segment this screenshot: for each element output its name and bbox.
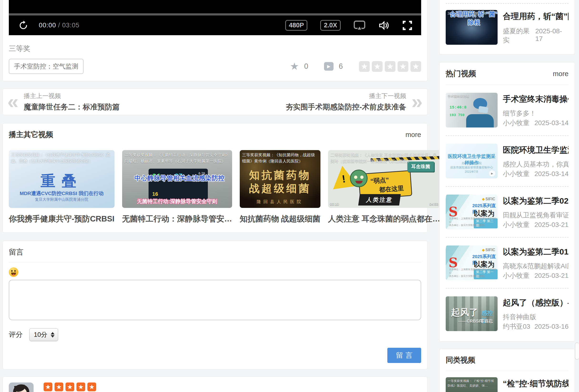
rating-star-icon[interactable]: ★ (372, 61, 383, 72)
next-video-title[interactable]: 夯实围手术期感染防控-术前皮肤准备 (286, 102, 406, 112)
uploader-video-card[interactable]: 二等奖获奖视频：《无菌特工行动：深静脉导管安全守则》闫瑞红、杨丽君、裴素华等（石… (122, 150, 232, 224)
emoji-picker-icon[interactable] (9, 267, 18, 277)
video-title[interactable]: “检”控·细节筑防线 (503, 378, 569, 389)
thumbnail-overlay-text: 二等奖获奖视频：《无菌特工行动：深静脉导管安全守则》闫瑞红、杨丽君、裴素华等（石… (125, 152, 230, 165)
video-tag[interactable]: 手术室防控；空气监测 (9, 59, 83, 74)
speed-button[interactable]: 2.0X (320, 20, 341, 31)
video-author[interactable]: 盛夏的果实 (503, 27, 535, 45)
video-meta-row: 手术室防控；空气监测 ★ 0 ▶ 6 ★ ★ ★ ★ ★ (9, 59, 421, 74)
fullscreen-icon[interactable] (403, 21, 412, 30)
sific-logo: ◆SIFIC (482, 248, 495, 252)
video-title[interactable]: 手术室终末消毒操作… (503, 94, 569, 105)
uploader-video-card[interactable]: 三等奖获奖视频：《你我携手健康共守-预防CRBSI》孟鑫、重叠（复旦大学附属中山… (9, 150, 115, 224)
uploader-videos-section: 播主其它视频 more 三等奖获奖视频：《你我携手健康共守-预防CRBSI》孟鑫… (2, 123, 428, 233)
video-title[interactable]: 起风了（感控版）—… (503, 297, 569, 308)
video-title: 三等奖 (9, 44, 421, 54)
video-caption[interactable]: 无菌特工行动：深静脉导管安… (122, 214, 232, 224)
star-icon: ★ (66, 383, 74, 391)
thumbnail-banner-text: 人类注意 (358, 194, 401, 206)
rating-star-icon[interactable]: ★ (359, 61, 370, 72)
uploader-more-link[interactable]: more (405, 131, 421, 139)
video-author[interactable]: 小小牧童 (503, 271, 529, 280)
uploader-videos-grid: 三等奖获奖视频：《你我携手健康共守-预防CRBSI》孟鑫、重叠（复旦大学附属中山… (9, 150, 421, 224)
rating-star-icon[interactable]: ★ (385, 61, 395, 72)
star-icon: ★ (44, 383, 52, 391)
video-thumbnail[interactable]: 起风了 感控版 ——CRBSI零容忍 (446, 296, 498, 331)
video-caption[interactable]: 你我携手健康共守-预防CRBSI (9, 214, 115, 224)
next-video-link[interactable]: 播主下一视频 夯实围手术期感染防控-术前皮肤准备 » (281, 92, 423, 112)
sidebar-video-item[interactable]: 22-合理用药，斩 “菌” 除根 合理用药, 斩 “菌” 除根 合理用药，斩“菌… (446, 10, 569, 45)
video-title[interactable]: 以案为鉴第二季02… (503, 196, 569, 207)
comment-input[interactable] (9, 280, 421, 320)
video-author[interactable]: 小小牧童 (503, 118, 529, 127)
rating-stars[interactable]: ★ ★ ★ ★ ★ (359, 61, 421, 72)
video-progress-bar[interactable] (9, 13, 421, 15)
video-thumbnail[interactable]: 手术室终末消毒 15:46:8 193 759 (446, 93, 498, 127)
next-chevron-icon[interactable]: » (411, 94, 423, 110)
slide-sub-text: 启东市人民医院 (446, 161, 498, 165)
related-videos-header: 同类视频 (446, 355, 475, 365)
thumbnail-main-text: 起风了 (451, 306, 478, 319)
video-caption[interactable]: 知抗菌药物 战超级细菌 (240, 214, 320, 224)
divider (9, 262, 421, 263)
video-controls: 00:00 / 03:05 480P 2.0X (9, 15, 421, 35)
time-display: 00:00 / 03:05 (39, 22, 79, 29)
rating-star-icon[interactable]: ★ (398, 61, 408, 72)
sidebar-video-item[interactable]: S ◆SIFIC 2025系列直播 以案为鉴 第二季 第一期 主办单位：上海斯菲… (446, 238, 569, 288)
comment-rating-stars: ★ ★ ★ ★ ★ (44, 383, 386, 391)
video-player[interactable]: 00:00 / 03:05 480P 2.0X (9, 0, 421, 35)
germ-cartoon-graphic (350, 169, 367, 187)
video-thumbnail[interactable]: S ◆SIFIC 2025系列直播 以案为鉴 第二季 第一期 主办单位：上海斯菲… (446, 245, 498, 280)
video-caption[interactable]: 人类注意 耳念珠菌的弱点都在… (328, 214, 440, 224)
favorite-count: 0 (304, 62, 308, 71)
video-thumbnail[interactable]: 22-合理用药，斩 “菌” 除根 合理用药, 斩 “菌” 除根 (446, 10, 498, 45)
prev-video-title[interactable]: 魔童降世任务二：标准预防篇 (24, 102, 120, 112)
sific-logo: ◆SIFIC (482, 197, 495, 201)
rating-select[interactable]: 10分 (29, 328, 58, 341)
page-scrollbar-thumb[interactable] (575, 342, 579, 360)
prev-video-label: 播主上一视频 (24, 92, 120, 100)
favorite-star-icon[interactable]: ★ (290, 61, 299, 71)
video-thumbnail[interactable]: 三等奖获奖视频：《你我携手健康共守-预防CRBSI》孟鑫、重叠（复旦大学附属中山… (9, 150, 115, 208)
video-thumbnail[interactable]: 三等奖获奖视频：《知抗菌药物，战超级细菌》黄伶俐（隆回县人民医院） 知抗菌药物 … (240, 150, 320, 208)
sidebar-video-item[interactable]: S ◆SIFIC 2025系列直播 以案为鉴 第二季 第二期 主办单位：上海斯菲… (446, 187, 569, 238)
thumbnail-sub-text: ——CRBSI零容忍 (458, 318, 493, 324)
sidebar-video-item[interactable]: 一等奖获奖视频：《“检”控·细节筑防线》陈苗红、吴妍妍、张… “检”控·细节筑防… (446, 377, 569, 392)
video-author[interactable]: 小小牧童 (503, 220, 529, 229)
video-subtitle: 细节多多！ (503, 109, 569, 118)
video-stats: ★ 0 ▶ 6 ★ ★ ★ ★ ★ (290, 61, 421, 72)
submit-comment-button[interactable]: 留言 (387, 348, 421, 363)
volume-icon[interactable] (378, 20, 390, 30)
hot-videos-more-link[interactable]: more (553, 70, 569, 78)
sidebar-video-item[interactable]: 起风了 感控版 ——CRBSI零容忍 起风了（感控版）—… 抖音神曲版 约书亚0… (446, 288, 569, 339)
video-title[interactable]: 医院环境卫生学监测… (503, 145, 569, 156)
video-author[interactable]: 小小牧童 (503, 169, 529, 178)
video-player-card: 00:00 / 03:05 480P 2.0X 三等奖 手 (2, 0, 428, 81)
prev-video-link[interactable]: 播主上一视频 魔童降世任务二：标准预防篇 (24, 92, 120, 112)
quality-button[interactable]: 480P (285, 20, 307, 31)
sidebar: 22-合理用药，斩 “菌” 除根 合理用药, 斩 “菌” 除根 合理用药，斩“菌… (439, 0, 575, 392)
video-thumbnail[interactable]: 一等奖获奖视频：《“检”控·细节筑防线》陈苗红、吴妍妍、张… (446, 377, 498, 392)
sidebar-video-item[interactable]: 医院环境卫生学监测采样操作 启东市人民医院 启东市医院感染管理质量控制中心 20… (446, 136, 569, 187)
sidebar-video-item[interactable]: 手术室终末消毒 15:46:8 193 759 手术室终末消毒操作… 细节多多！… (446, 85, 569, 136)
comment-section-header: 留言 (9, 247, 421, 257)
slide-small-text: 承办单位：复旦大学附属中山医院 (449, 224, 485, 227)
rating-star-icon[interactable]: ★ (410, 61, 421, 72)
video-thumbnail[interactable]: 二等奖获奖视频：《无菌特工行动：深静脉导管安全守则》闫瑞红、杨丽君、裴素华等（石… (122, 150, 232, 208)
video-title[interactable]: 以案为鉴第二季01… (503, 246, 569, 257)
uploader-video-card[interactable]: 三等奖获奖视频：《知抗菌药物，战超级细菌》黄伶俐（隆回县人民医院） 知抗菌药物 … (240, 150, 320, 224)
face-mask-graphic (478, 106, 488, 113)
prev-chevron-icon[interactable]: « (7, 94, 19, 110)
video-thumbnail[interactable]: 二等奖获奖视频：《人类注意 耳念珠菌的弱点都在这里》吴美玲（皖南医学院第一附属医… (328, 150, 440, 208)
video-author[interactable]: 约书亚03 (503, 322, 530, 331)
video-thumbnail[interactable]: 医院环境卫生学监测采样操作 启东市人民医院 启东市医院感染管理质量控制中心 20… (446, 144, 498, 178)
play-icon: ▶ (489, 170, 495, 176)
timecode-total: 04:53 (429, 202, 438, 206)
monitor-graphic: 94 97 6.28 95 16 (148, 169, 208, 200)
thumbnail-small-text: 隆回县人民医院 (240, 199, 320, 205)
uploader-video-card[interactable]: 二等奖获奖视频：《人类注意 耳念珠菌的弱点都在这里》吴美玲（皖南医学院第一附属医… (328, 150, 440, 224)
video-title[interactable]: 合理用药，斩“菌”除根 (503, 11, 569, 22)
cast-icon[interactable] (354, 20, 365, 30)
video-thumbnail[interactable]: S ◆SIFIC 2025系列直播 以案为鉴 第二季 第二期 主办单位：上海斯菲… (446, 195, 498, 229)
replay-icon[interactable] (18, 20, 29, 31)
